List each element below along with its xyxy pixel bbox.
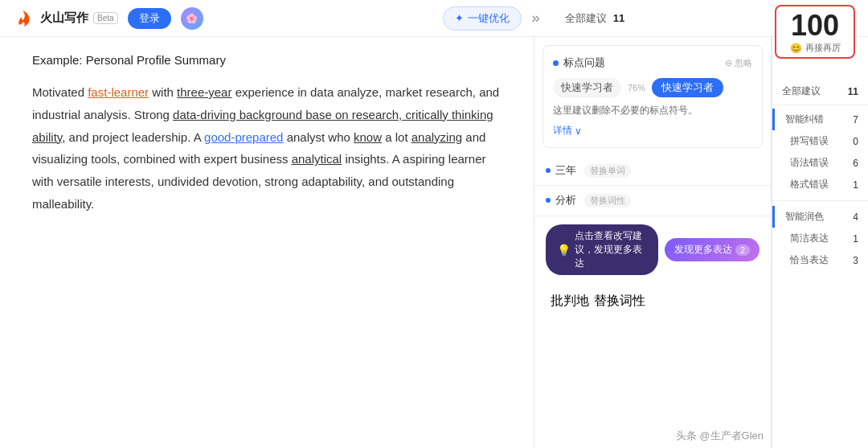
suggestions-label: 全部建议 11	[565, 11, 624, 26]
sparkle-icon: ✦	[455, 12, 464, 24]
grammar-label: 语法错误	[790, 156, 829, 170]
concise-label: 简洁表达	[790, 232, 829, 245]
main-body: Example: Personal Profile Summary Motiva…	[0, 37, 868, 448]
logo-icon	[13, 7, 35, 30]
right-item-format[interactable]: 格式错误 1	[772, 174, 868, 195]
appropriate-label: 恰当表达	[790, 253, 829, 267]
watermark: 头条 @生产者Glen	[676, 429, 764, 443]
right-all-suggestions[interactable]: 全部建议 11	[772, 81, 868, 101]
suggestion-text: 分析	[555, 193, 576, 208]
discover-button[interactable]: 发现更多表达 2	[665, 238, 760, 261]
dot-icon	[546, 168, 551, 173]
concise-count: 1	[853, 233, 858, 245]
right-item-smart-polish[interactable]: 智能润色 4	[772, 206, 868, 228]
more-button[interactable]: »	[531, 10, 539, 27]
word-analytical: analytical	[292, 152, 342, 166]
doc-title: Example: Personal Profile Summary	[32, 53, 510, 67]
right-item-appropriate[interactable]: 恰当表达 3	[772, 249, 868, 271]
suggestion-item-last[interactable]: 批判地 替换词性	[534, 286, 771, 317]
suggestion-item-2[interactable]: 分析 替换词性	[534, 186, 771, 216]
word-three-year: three-year	[177, 85, 231, 99]
right-item-spelling[interactable]: 拼写错误 0	[772, 130, 868, 152]
tooltip-text: 点击查看改写建议，发现更多表达	[575, 229, 647, 270]
all-suggestions-label: 全部建议	[782, 84, 821, 98]
bottom-bar: 💡 点击查看改写建议，发现更多表达 发现更多表达 2	[534, 216, 771, 282]
word-analyzing: analyzing	[411, 130, 462, 144]
smart-correct-label: 智能纠错	[785, 113, 824, 126]
optimize-button[interactable]: ✦ 一键优化	[443, 6, 522, 31]
format-count: 1	[853, 179, 858, 191]
chevron-down-icon: ∨	[575, 125, 582, 137]
suggestion-card: 标点问题 ⊖ 忽略 快速学习者 76% 快速学习者 这里建议删除不必要的标点符号…	[542, 45, 763, 148]
score-number: 100	[784, 11, 845, 40]
discover-count: 2	[735, 245, 750, 256]
right-item-concise[interactable]: 简洁表达 1	[772, 228, 868, 249]
header-center: ✦ 一键优化 » 全部建议 11	[213, 6, 855, 31]
word-know: know	[354, 130, 382, 144]
word-fast-learner: fast-learner	[88, 85, 149, 99]
card-detail-button[interactable]: 详情 ∨	[553, 124, 752, 138]
discover-label: 发现更多表达	[674, 243, 732, 257]
card-words: 快速学习者 76% 快速学习者	[553, 78, 752, 97]
doc-content: Motivated fast-learner with three-year e…	[32, 81, 510, 216]
suggestion-item-1[interactable]: 三年 替换单词	[534, 156, 771, 186]
right-item-smart-correct[interactable]: 智能纠错 7	[772, 109, 868, 130]
ignore-button[interactable]: ⊖ 忽略	[725, 57, 752, 69]
login-button[interactable]: 登录	[128, 8, 171, 29]
spelling-label: 拼写错误	[790, 134, 829, 148]
grammar-count: 6	[853, 158, 858, 169]
avatar[interactable]: 🌸	[181, 7, 203, 30]
smart-polish-count: 4	[853, 212, 858, 223]
beta-badge: Beta	[93, 12, 118, 24]
smart-polish-label: 智能润色	[785, 210, 824, 224]
right-item-grammar[interactable]: 语法错误 6	[772, 152, 868, 174]
format-label: 格式错误	[790, 178, 829, 191]
logo-area: 火山写作 Beta	[13, 7, 118, 30]
card-description: 这里建议删除不必要的标点符号。	[553, 104, 752, 117]
tooltip-bubble: 💡 点击查看改写建议，发现更多表达	[546, 224, 658, 275]
suggestion-badge: 替换单词	[584, 164, 631, 178]
card-dot-icon	[553, 60, 559, 66]
spelling-count: 0	[853, 136, 858, 147]
all-suggestions-count: 11	[848, 86, 858, 97]
optimize-label: 一键优化	[468, 11, 510, 26]
circle-x-icon: ⊖	[725, 58, 732, 68]
right-panel: 全部建议 11 智能纠错 7 拼写错误 0 语法错误 6 格式错误 1 智能润色…	[772, 37, 868, 448]
logo-text: 火山写作	[40, 10, 88, 26]
suggestion-badge: 替换词性	[584, 194, 631, 208]
suggestion-badge: 替换词性	[594, 293, 645, 310]
word-good-prepared: good-prepared	[204, 130, 283, 144]
app-header: 火山写作 Beta 登录 🌸 ✦ 一键优化 » 全部建议 11	[0, 0, 868, 37]
appropriate-count: 3	[853, 255, 858, 266]
suggestion-text: 批判地	[551, 293, 589, 310]
suggested-word[interactable]: 快速学习者	[652, 78, 723, 97]
bulb-icon: 💡	[557, 244, 571, 257]
suggestion-item-3-wrapper: 数据驱动背景基于 替换... 💡 点击查看改写建议，发现更多表达 发现更多表达 …	[534, 216, 771, 245]
card-header: 标点问题 ⊖ 忽略	[553, 55, 752, 70]
original-word: 快速学习者	[553, 78, 621, 97]
suggestions-count: 11	[613, 12, 624, 24]
dot-icon	[546, 198, 551, 203]
middle-panel: 标点问题 ⊖ 忽略 快速学习者 76% 快速学习者 这里建议删除不必要的标点符号…	[534, 37, 772, 448]
smart-correct-count: 7	[853, 114, 858, 125]
card-title: 标点问题	[553, 55, 605, 70]
suggestion-text: 三年	[555, 163, 576, 178]
word-score: 76%	[628, 83, 645, 92]
editor-area[interactable]: Example: Personal Profile Summary Motiva…	[0, 37, 534, 448]
